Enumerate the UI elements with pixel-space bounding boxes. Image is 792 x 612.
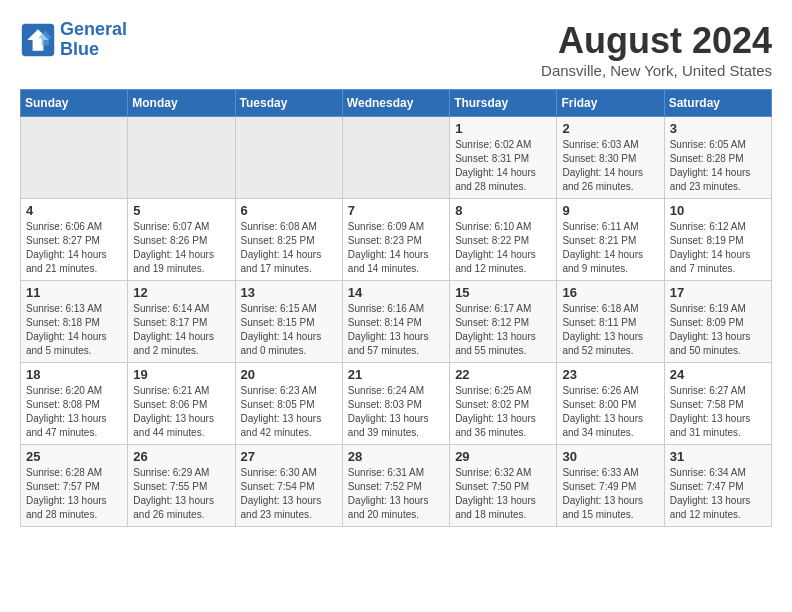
day-number: 11 [26,285,122,300]
calendar-cell: 28Sunrise: 6:31 AM Sunset: 7:52 PM Dayli… [342,445,449,527]
day-info: Sunrise: 6:24 AM Sunset: 8:03 PM Dayligh… [348,384,444,440]
calendar-table: SundayMondayTuesdayWednesdayThursdayFrid… [20,89,772,527]
day-number: 27 [241,449,337,464]
day-number: 31 [670,449,766,464]
day-info: Sunrise: 6:28 AM Sunset: 7:57 PM Dayligh… [26,466,122,522]
calendar-cell: 16Sunrise: 6:18 AM Sunset: 8:11 PM Dayli… [557,281,664,363]
day-info: Sunrise: 6:08 AM Sunset: 8:25 PM Dayligh… [241,220,337,276]
calendar-cell: 24Sunrise: 6:27 AM Sunset: 7:58 PM Dayli… [664,363,771,445]
calendar-cell: 1Sunrise: 6:02 AM Sunset: 8:31 PM Daylig… [450,117,557,199]
logo-blue: Blue [60,39,99,59]
calendar-cell: 23Sunrise: 6:26 AM Sunset: 8:00 PM Dayli… [557,363,664,445]
day-info: Sunrise: 6:30 AM Sunset: 7:54 PM Dayligh… [241,466,337,522]
day-number: 3 [670,121,766,136]
day-info: Sunrise: 6:31 AM Sunset: 7:52 PM Dayligh… [348,466,444,522]
calendar-cell: 9Sunrise: 6:11 AM Sunset: 8:21 PM Daylig… [557,199,664,281]
day-info: Sunrise: 6:06 AM Sunset: 8:27 PM Dayligh… [26,220,122,276]
calendar-cell: 13Sunrise: 6:15 AM Sunset: 8:15 PM Dayli… [235,281,342,363]
day-info: Sunrise: 6:11 AM Sunset: 8:21 PM Dayligh… [562,220,658,276]
day-number: 29 [455,449,551,464]
month-title: August 2024 [541,20,772,62]
calendar-cell: 26Sunrise: 6:29 AM Sunset: 7:55 PM Dayli… [128,445,235,527]
day-number: 28 [348,449,444,464]
calendar-cell: 29Sunrise: 6:32 AM Sunset: 7:50 PM Dayli… [450,445,557,527]
day-info: Sunrise: 6:33 AM Sunset: 7:49 PM Dayligh… [562,466,658,522]
calendar-cell [235,117,342,199]
col-header-monday: Monday [128,90,235,117]
col-header-tuesday: Tuesday [235,90,342,117]
calendar-cell: 25Sunrise: 6:28 AM Sunset: 7:57 PM Dayli… [21,445,128,527]
day-number: 16 [562,285,658,300]
day-info: Sunrise: 6:32 AM Sunset: 7:50 PM Dayligh… [455,466,551,522]
day-info: Sunrise: 6:27 AM Sunset: 7:58 PM Dayligh… [670,384,766,440]
day-number: 1 [455,121,551,136]
day-number: 12 [133,285,229,300]
day-info: Sunrise: 6:09 AM Sunset: 8:23 PM Dayligh… [348,220,444,276]
week-row-3: 11Sunrise: 6:13 AM Sunset: 8:18 PM Dayli… [21,281,772,363]
calendar-cell: 22Sunrise: 6:25 AM Sunset: 8:02 PM Dayli… [450,363,557,445]
day-number: 13 [241,285,337,300]
calendar-cell: 17Sunrise: 6:19 AM Sunset: 8:09 PM Dayli… [664,281,771,363]
day-info: Sunrise: 6:23 AM Sunset: 8:05 PM Dayligh… [241,384,337,440]
day-info: Sunrise: 6:05 AM Sunset: 8:28 PM Dayligh… [670,138,766,194]
calendar-cell: 6Sunrise: 6:08 AM Sunset: 8:25 PM Daylig… [235,199,342,281]
day-number: 9 [562,203,658,218]
calendar-cell [21,117,128,199]
week-row-2: 4Sunrise: 6:06 AM Sunset: 8:27 PM Daylig… [21,199,772,281]
logo: General Blue [20,20,127,60]
day-info: Sunrise: 6:20 AM Sunset: 8:08 PM Dayligh… [26,384,122,440]
day-info: Sunrise: 6:03 AM Sunset: 8:30 PM Dayligh… [562,138,658,194]
day-info: Sunrise: 6:10 AM Sunset: 8:22 PM Dayligh… [455,220,551,276]
calendar-cell: 27Sunrise: 6:30 AM Sunset: 7:54 PM Dayli… [235,445,342,527]
calendar-cell [128,117,235,199]
calendar-cell: 4Sunrise: 6:06 AM Sunset: 8:27 PM Daylig… [21,199,128,281]
week-row-5: 25Sunrise: 6:28 AM Sunset: 7:57 PM Dayli… [21,445,772,527]
day-number: 6 [241,203,337,218]
calendar-cell: 18Sunrise: 6:20 AM Sunset: 8:08 PM Dayli… [21,363,128,445]
day-info: Sunrise: 6:17 AM Sunset: 8:12 PM Dayligh… [455,302,551,358]
col-header-thursday: Thursday [450,90,557,117]
calendar-cell: 2Sunrise: 6:03 AM Sunset: 8:30 PM Daylig… [557,117,664,199]
calendar-cell: 8Sunrise: 6:10 AM Sunset: 8:22 PM Daylig… [450,199,557,281]
day-number: 18 [26,367,122,382]
day-number: 5 [133,203,229,218]
logo-icon [20,22,56,58]
calendar-cell: 11Sunrise: 6:13 AM Sunset: 8:18 PM Dayli… [21,281,128,363]
calendar-cell: 30Sunrise: 6:33 AM Sunset: 7:49 PM Dayli… [557,445,664,527]
day-info: Sunrise: 6:19 AM Sunset: 8:09 PM Dayligh… [670,302,766,358]
calendar-body: 1Sunrise: 6:02 AM Sunset: 8:31 PM Daylig… [21,117,772,527]
day-number: 23 [562,367,658,382]
day-number: 30 [562,449,658,464]
day-info: Sunrise: 6:07 AM Sunset: 8:26 PM Dayligh… [133,220,229,276]
day-info: Sunrise: 6:25 AM Sunset: 8:02 PM Dayligh… [455,384,551,440]
week-row-1: 1Sunrise: 6:02 AM Sunset: 8:31 PM Daylig… [21,117,772,199]
col-header-friday: Friday [557,90,664,117]
calendar-header: SundayMondayTuesdayWednesdayThursdayFrid… [21,90,772,117]
title-block: August 2024 Dansville, New York, United … [541,20,772,79]
day-number: 21 [348,367,444,382]
header-row: SundayMondayTuesdayWednesdayThursdayFrid… [21,90,772,117]
day-number: 4 [26,203,122,218]
day-info: Sunrise: 6:29 AM Sunset: 7:55 PM Dayligh… [133,466,229,522]
day-number: 15 [455,285,551,300]
calendar-cell: 20Sunrise: 6:23 AM Sunset: 8:05 PM Dayli… [235,363,342,445]
calendar-cell: 19Sunrise: 6:21 AM Sunset: 8:06 PM Dayli… [128,363,235,445]
calendar-cell: 10Sunrise: 6:12 AM Sunset: 8:19 PM Dayli… [664,199,771,281]
day-info: Sunrise: 6:21 AM Sunset: 8:06 PM Dayligh… [133,384,229,440]
day-info: Sunrise: 6:12 AM Sunset: 8:19 PM Dayligh… [670,220,766,276]
calendar-cell: 14Sunrise: 6:16 AM Sunset: 8:14 PM Dayli… [342,281,449,363]
col-header-saturday: Saturday [664,90,771,117]
day-number: 26 [133,449,229,464]
day-number: 8 [455,203,551,218]
week-row-4: 18Sunrise: 6:20 AM Sunset: 8:08 PM Dayli… [21,363,772,445]
page-header: General Blue August 2024 Dansville, New … [20,20,772,79]
day-number: 7 [348,203,444,218]
calendar-cell: 3Sunrise: 6:05 AM Sunset: 8:28 PM Daylig… [664,117,771,199]
day-number: 10 [670,203,766,218]
day-number: 20 [241,367,337,382]
day-info: Sunrise: 6:34 AM Sunset: 7:47 PM Dayligh… [670,466,766,522]
calendar-cell [342,117,449,199]
day-info: Sunrise: 6:14 AM Sunset: 8:17 PM Dayligh… [133,302,229,358]
calendar-cell: 31Sunrise: 6:34 AM Sunset: 7:47 PM Dayli… [664,445,771,527]
day-number: 22 [455,367,551,382]
